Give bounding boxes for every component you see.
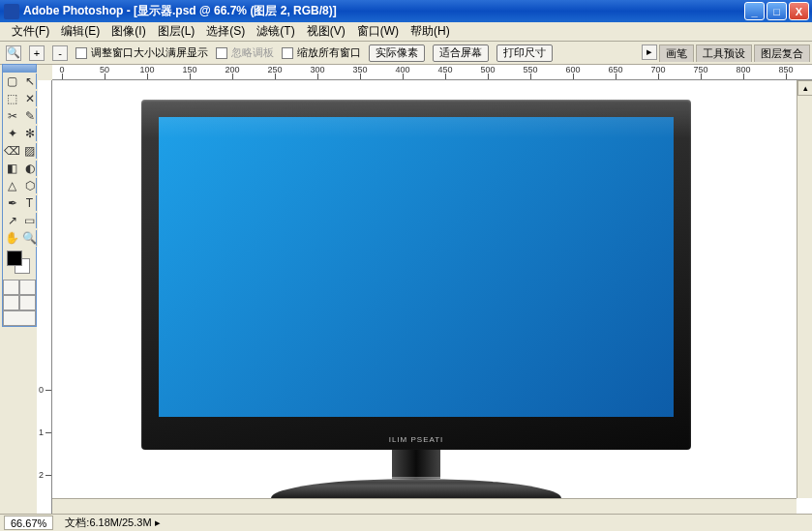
zoom-level[interactable]: 66.67% — [4, 516, 53, 530]
palette-tabs: ▸ 画笔 工具预设 图层复合 — [642, 44, 812, 62]
canvas-area[interactable]: ILIM PSEATI — [52, 80, 812, 514]
doc-size-menu-icon[interactable]: ▸ — [155, 516, 161, 528]
fit-screen-button[interactable]: 适合屏幕 — [433, 44, 489, 62]
window-controls: _ □ X — [744, 2, 812, 20]
tool-17[interactable]: ▭ — [21, 212, 38, 229]
monitor-brand-label: ILIM PSEATI — [389, 435, 444, 444]
actual-pixels-button[interactable]: 实际像素 — [369, 44, 425, 62]
window-title: Adobe Photoshop - [显示器.psd @ 66.7% (图层 2… — [23, 3, 744, 19]
color-swatch[interactable] — [3, 247, 36, 280]
menu-help[interactable]: 帮助(H) — [405, 21, 456, 42]
close-button[interactable]: X — [789, 2, 809, 20]
tool-15[interactable]: T — [21, 194, 38, 212]
tool-6[interactable]: ✦ — [3, 125, 21, 142]
palette-toggle-icon[interactable]: ▸ — [642, 44, 657, 60]
toolbox: ▢↖⬚✕✂✎✦✻⌫▨◧◐△⬡✒T↗▭✋🔍 — [2, 64, 37, 327]
status-bar: 66.67% 文档:6.18M/25.3M ▸ — [0, 514, 812, 531]
maximize-button[interactable]: □ — [767, 2, 787, 20]
horizontal-ruler: 0501001502002503003504004505005506006507… — [52, 65, 812, 80]
tool-3[interactable]: ✕ — [21, 90, 38, 107]
opt-zoom-all[interactable]: 缩放所有窗口 — [282, 45, 361, 60]
tool-0[interactable]: ▢ — [3, 73, 21, 90]
tool-16[interactable]: ↗ — [3, 212, 21, 229]
menu-bar: 文件(F) 编辑(E) 图像(I) 图层(L) 选择(S) 滤镜(T) 视图(V… — [0, 22, 812, 42]
foreground-color[interactable] — [7, 251, 22, 266]
monitor-screen — [159, 117, 674, 417]
menu-edit[interactable]: 编辑(E) — [55, 21, 105, 42]
tool-1[interactable]: ↖ — [21, 73, 38, 90]
tool-2[interactable]: ⬚ — [3, 90, 21, 107]
horizontal-scrollbar[interactable] — [52, 498, 797, 514]
vertical-scrollbar[interactable]: ▴ — [797, 80, 812, 498]
tab-brushes[interactable]: 画笔 — [659, 44, 694, 62]
zoom-tool-icon[interactable]: 🔍 — [6, 45, 21, 61]
title-bar: Adobe Photoshop - [显示器.psd @ 66.7% (图层 2… — [0, 0, 812, 22]
opt-ignore-palettes[interactable]: 忽略调板 — [216, 45, 274, 60]
menu-select[interactable]: 选择(S) — [200, 21, 251, 42]
tab-tool-presets[interactable]: 工具预设 — [696, 44, 752, 62]
tool-7[interactable]: ✻ — [21, 125, 38, 142]
tool-11[interactable]: ◐ — [21, 160, 38, 177]
zoom-out-icon[interactable]: - — [52, 45, 68, 61]
tool-4[interactable]: ✂ — [3, 107, 21, 125]
screen-mode-2[interactable] — [19, 295, 36, 310]
mask-mode-quick[interactable] — [19, 280, 36, 295]
tool-14[interactable]: ✒ — [3, 194, 21, 212]
menu-window[interactable]: 窗口(W) — [351, 21, 405, 42]
tool-12[interactable]: △ — [3, 177, 21, 194]
menu-filter[interactable]: 滤镜(T) — [251, 21, 300, 42]
tool-10[interactable]: ◧ — [3, 160, 21, 177]
tool-19[interactable]: 🔍 — [21, 229, 38, 247]
menu-layer[interactable]: 图层(L) — [152, 21, 201, 42]
tool-5[interactable]: ✎ — [21, 107, 38, 125]
monitor-bezel: ILIM PSEATI — [141, 100, 691, 450]
mask-mode-standard[interactable] — [3, 280, 19, 295]
zoom-in-icon[interactable]: + — [29, 45, 45, 61]
artwork-monitor: ILIM PSEATI — [141, 100, 691, 502]
menu-image[interactable]: 图像(I) — [105, 21, 151, 42]
vertical-ruler: 0123456789 — [37, 80, 52, 514]
app-icon — [4, 4, 19, 19]
menu-file[interactable]: 文件(F) — [6, 21, 55, 42]
tool-18[interactable]: ✋ — [3, 229, 21, 247]
screen-mode-1[interactable] — [3, 295, 19, 310]
monitor-neck — [392, 450, 440, 479]
tool-13[interactable]: ⬡ — [21, 177, 38, 194]
tool-9[interactable]: ▨ — [21, 142, 38, 160]
menu-view[interactable]: 视图(V) — [301, 21, 351, 42]
doc-size: 文档:6.18M/25.3M ▸ — [65, 516, 160, 530]
tool-8[interactable]: ⌫ — [3, 142, 21, 160]
print-size-button[interactable]: 打印尺寸 — [496, 44, 553, 62]
minimize-button[interactable]: _ — [744, 2, 765, 20]
toolbox-grip[interactable] — [3, 65, 36, 73]
jump-to-imageready[interactable] — [3, 310, 36, 326]
scroll-up-icon[interactable]: ▴ — [797, 80, 812, 96]
opt-resize-window[interactable]: 调整窗口大小以满屏显示 — [75, 45, 208, 60]
options-bar: 🔍 + - 调整窗口大小以满屏显示 忽略调板 缩放所有窗口 实际像素 适合屏幕 … — [0, 42, 812, 65]
tab-layer-comps[interactable]: 图层复合 — [754, 44, 810, 62]
